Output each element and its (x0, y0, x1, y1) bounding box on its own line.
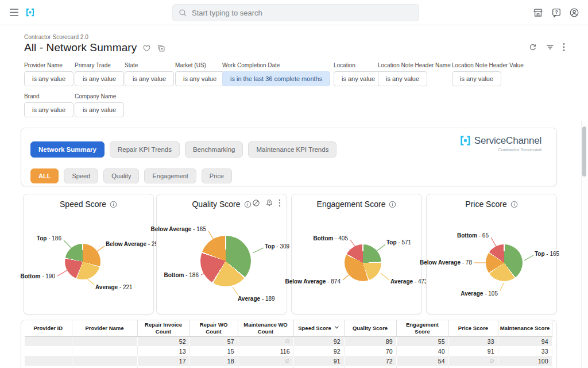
pie-label-top: Top - 165 (535, 251, 559, 257)
brand-name: ServiceChannel (474, 135, 541, 147)
filter-market-us: Market (US)is any value (175, 62, 225, 86)
tab-engagement[interactable]: Engagement (144, 168, 196, 183)
table-cell: 54 (396, 356, 448, 366)
column-header-quality-score[interactable]: Quality Score (344, 320, 396, 336)
filter-company-name: Company Nameis any value (75, 93, 124, 117)
column-header-repair-wo-count[interactable]: Repair WO Count (189, 320, 238, 336)
quality-score-pie[interactable] (200, 236, 251, 286)
column-header-provider-name[interactable]: Provider Name (72, 320, 137, 336)
info-icon[interactable] (389, 201, 396, 208)
filter-value-brand[interactable]: is any value (24, 102, 74, 117)
column-header-engagement-score[interactable]: Engagement Score (396, 320, 448, 336)
filter-icon[interactable] (546, 43, 555, 52)
table-cell: 18 (189, 366, 238, 368)
table-cell: ∅ (238, 336, 293, 346)
table-cell: 72 (344, 356, 396, 366)
column-header-price-score[interactable]: Price Score (448, 320, 498, 336)
page-title: All - Network Summary (24, 41, 137, 54)
kebab-menu-icon[interactable] (563, 43, 565, 52)
search-input[interactable] (192, 9, 413, 17)
filter-label: Location Note Header Name (378, 62, 451, 68)
column-header-provider-id[interactable]: Provider ID (25, 320, 72, 336)
table-row[interactable]: 13151169270409133 (25, 346, 552, 356)
table-cell: 90 (293, 366, 344, 368)
servicechannel-logo-icon[interactable] (25, 7, 35, 17)
table-cell (72, 336, 137, 346)
filter-value-location[interactable]: is any value (334, 71, 383, 86)
refresh-icon[interactable] (528, 43, 537, 52)
info-icon[interactable] (510, 201, 518, 208)
tab-all[interactable]: ALL (30, 168, 59, 183)
table-row[interactable]: 5257∅9289553394 (25, 336, 552, 346)
speed-score-pie[interactable] (65, 244, 100, 279)
table-cell: 0 (498, 366, 552, 368)
pie-label-average: Average - 105 (461, 290, 498, 297)
explore-icon[interactable] (252, 199, 260, 207)
pie-label-bottom: Bottom - 405 (313, 235, 348, 241)
pie-label-bottom: Bottom - 186 (164, 272, 199, 278)
table-cell (72, 346, 137, 356)
tab-maintenance-kpi-trends[interactable]: Maintenance KPI Trends (248, 141, 336, 158)
filter-location-note-header-name: Location Note Header Nameis any value (378, 62, 451, 86)
table-cell: 92 (293, 336, 344, 346)
scrollbar-thumb[interactable] (582, 126, 586, 177)
table-cell: 13 (137, 346, 189, 356)
filter-value-work-completion-date[interactable]: is in the last 36 complete months (222, 71, 330, 86)
tab-price[interactable]: Price (202, 168, 232, 183)
pie-label-bottom: Bottom - 65 (457, 232, 489, 239)
engagement-score-pie[interactable] (345, 244, 381, 281)
filter-value-location-note-header-value[interactable]: is any value (452, 71, 501, 86)
chart-title: Quality Score (192, 200, 240, 209)
column-header-maintenance-wo-count[interactable]: Maintenance WO Count (238, 320, 293, 336)
table-row[interactable]: 1618∅9010078∅0 (25, 366, 552, 368)
tab-network-summary[interactable]: Network Summary (30, 141, 105, 158)
column-header-speed-score[interactable]: Speed Score (293, 320, 344, 336)
search-icon (179, 9, 187, 17)
tile-kebab-icon[interactable] (278, 199, 281, 207)
table-cell: 17 (137, 356, 189, 366)
column-header-maintenance-score[interactable]: Maintenance Score (498, 320, 552, 336)
help-icon[interactable]: ? (551, 7, 562, 18)
table-cell (25, 346, 72, 356)
search-bar (172, 4, 419, 21)
pie-label-below-average: Below Average - 874 (285, 278, 341, 285)
tab-benchmarking[interactable]: Benchmarking (185, 141, 243, 158)
dashboard-header-card: Network SummaryRepair KPI TrendsBenchmar… (21, 128, 557, 186)
pie-label-average: Average - 221 (95, 284, 133, 290)
filter-value-company-name[interactable]: is any value (75, 102, 124, 117)
filter-value-state[interactable]: is any value (125, 71, 174, 86)
filter-label: Brand (24, 93, 74, 99)
filter-brand: Brandis any value (24, 93, 74, 117)
menu-icon[interactable] (9, 8, 19, 17)
tab-quality[interactable]: Quality (103, 168, 139, 183)
info-icon[interactable] (244, 201, 252, 208)
table-cell: 52 (137, 336, 189, 346)
table-cell: 18 (189, 356, 238, 366)
tab-repair-kpi-trends[interactable]: Repair KPI Trends (110, 141, 180, 158)
info-icon[interactable] (110, 201, 117, 208)
price-score-card: Price ScoreBottom - 65Top - 165Below Ave… (426, 194, 557, 315)
filter-value-location-note-header-name[interactable]: is any value (378, 71, 427, 86)
filter-label: Provider Name (24, 62, 74, 68)
favorite-heart-icon[interactable] (142, 44, 151, 52)
pie-label-top: Top - 309 (265, 243, 289, 250)
price-score-pie[interactable] (486, 244, 523, 281)
app-root: ? Contractor Scorecard 2.0 All - Network… (0, 0, 588, 368)
table-cell: 116 (238, 346, 293, 356)
copy-dashboard-icon[interactable] (157, 44, 165, 52)
pie-label-below-average: Below Average - 78 (420, 259, 472, 266)
filter-value-primary-trade[interactable]: is any value (75, 71, 124, 86)
account-icon[interactable] (569, 7, 579, 18)
alert-bell-icon[interactable] (265, 199, 273, 207)
column-header-repair-invoice-count[interactable]: Repair Invoice Count (137, 320, 189, 336)
table-cell: ∅ (448, 366, 498, 368)
table-cell: 70 (344, 346, 396, 356)
svg-text:?: ? (555, 9, 558, 15)
table-cell: 100 (498, 356, 552, 366)
filter-value-provider-name[interactable]: is any value (24, 71, 74, 86)
tab-speed[interactable]: Speed (64, 168, 98, 183)
filter-value-market-us[interactable]: is any value (175, 71, 225, 86)
chart-title: Price Score (465, 200, 506, 209)
storefront-icon[interactable] (533, 7, 543, 18)
table-row[interactable]: 1718∅917254∅100 (25, 356, 552, 366)
